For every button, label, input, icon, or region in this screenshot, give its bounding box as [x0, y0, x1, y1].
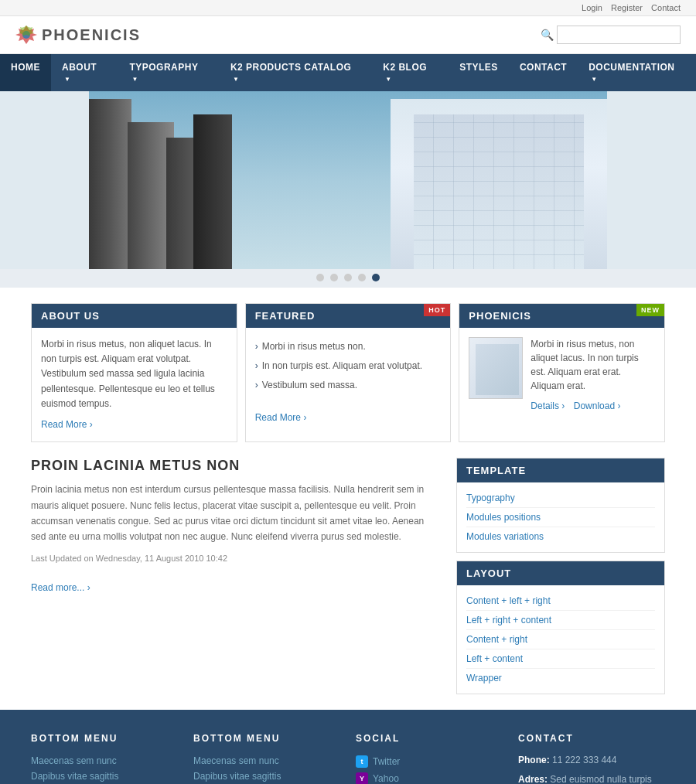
featured-card-body: Morbi in risus metus non. In non turpis …: [246, 328, 451, 435]
dot-4[interactable]: [358, 274, 366, 281]
footer-social: SOCIAL t Twitter Y Yahoo f Flickr f Face…: [356, 733, 503, 784]
yahoo-icon: Y: [356, 772, 368, 784]
footer-grid: BOTTOM MENU Maecenas sem nunc Dapibus vi…: [31, 733, 665, 784]
phoenicis-card: PHOENICIS NEW Morbi in risus metus, non …: [459, 303, 665, 442]
template-header: TEMPLATE: [457, 458, 664, 482]
search-input[interactable]: [557, 26, 681, 44]
article-body: Proin lacinia metus non est interdum cur…: [31, 482, 441, 545]
featured-list: Morbi in risus metus non. In non turpis …: [255, 337, 442, 396]
list-item[interactable]: Typography: [466, 489, 655, 508]
content-area: PROIN LACINIA METUS NON Proin lacinia me…: [31, 458, 665, 694]
phoenicis-card-header: PHOENICIS NEW: [459, 304, 664, 328]
footer: BOTTOM MENU Maecenas sem nunc Dapibus vi…: [0, 710, 696, 784]
nav-item-home[interactable]: HOME: [0, 54, 51, 91]
dot-3[interactable]: [344, 274, 352, 281]
footer-social-title: SOCIAL: [356, 733, 503, 744]
featured-card-header: FEATURED HOT: [246, 304, 451, 328]
register-link[interactable]: Register: [611, 3, 643, 12]
about-card-body: Morbi in risus metus, non aliquet lacus.…: [32, 328, 237, 441]
twitter-link[interactable]: Twitter: [373, 756, 400, 767]
featured-card: FEATURED HOT Morbi in risus metus non. I…: [245, 303, 452, 442]
dot-1[interactable]: [316, 274, 324, 281]
nav-item-typography[interactable]: TYPOGRAPHY ▼: [118, 54, 220, 91]
twitter-icon: t: [356, 755, 368, 768]
article-read-more[interactable]: Read more... ›: [31, 582, 90, 593]
list-item[interactable]: Wrapper: [466, 669, 655, 687]
topbar: Login Register Contact: [0, 0, 696, 16]
list-item[interactable]: Modules positions: [466, 508, 655, 527]
cards-row: ABOUT US Morbi in risus metus, non aliqu…: [31, 303, 665, 442]
footer-menu2-list: Maecenas sem nunc Dapibus vitae sagittis…: [193, 753, 340, 784]
product-description: Morbi in risus metus, non aliquet lacus.…: [531, 337, 655, 413]
about-card-header: ABOUT US: [32, 304, 237, 328]
footer-menu1-title: BOTTOM MENU: [31, 733, 178, 744]
template-box: TEMPLATE Typography Modules positions Mo…: [456, 458, 665, 553]
hot-badge: HOT: [424, 304, 450, 316]
about-card-text: Morbi in risus metus, non aliquet lacus.…: [41, 337, 227, 411]
list-item: In non turpis est. Aliquam erat volutpat…: [255, 356, 442, 376]
dot-2[interactable]: [330, 274, 338, 281]
list-item[interactable]: Modules variations: [466, 527, 655, 546]
layout-list: Content + left + right Left + right + co…: [457, 585, 664, 694]
download-link[interactable]: Download ›: [574, 401, 621, 411]
contact-link[interactable]: Contact: [651, 3, 681, 12]
header: PHOENICIS 🔍: [0, 16, 696, 54]
article-date: Last Updated on Wednesday, 11 August 201…: [31, 551, 441, 566]
social-twitter: t Twitter: [356, 753, 503, 770]
yahoo-link[interactable]: Yahoo: [373, 773, 399, 784]
main-content: ABOUT US Morbi in risus metus, non aliqu…: [15, 303, 681, 694]
main-article: PROIN LACINIA METUS NON Proin lacinia me…: [31, 458, 441, 694]
dot-5[interactable]: [372, 274, 380, 281]
login-link[interactable]: Login: [582, 3, 602, 12]
footer-menu2-title: BOTTOM MENU: [193, 733, 340, 744]
list-item: Vestibulum sed massa.: [255, 376, 442, 395]
footer-menu1-list: Maecenas sem nunc Dapibus vitae sagittis…: [31, 753, 178, 784]
social-yahoo: Y Yahoo: [356, 770, 503, 784]
product-section: Morbi in risus metus, non aliquet lacus.…: [469, 337, 655, 413]
logo-text: PHOENICIS: [42, 26, 141, 44]
list-item[interactable]: Dapibus vitae sagittis: [31, 769, 178, 784]
search-bar: 🔍: [541, 26, 681, 44]
logo[interactable]: PHOENICIS: [15, 24, 141, 46]
nav-item-k2blog[interactable]: K2 BLOG ▼: [372, 54, 449, 91]
hero-slider: [89, 91, 607, 269]
contact-address: Adres: Sed euismod nulla turpis: [518, 772, 665, 784]
list-item[interactable]: Left + right + content: [466, 611, 655, 630]
main-nav: HOME ABOUT ▼ TYPOGRAPHY ▼ K2 PRODUCTS CA…: [0, 54, 696, 91]
list-item[interactable]: Content + left + right: [466, 591, 655, 611]
list-item[interactable]: Maecenas sem nunc: [31, 753, 178, 769]
layout-header: LAYOUT: [457, 561, 664, 585]
slider-dots: [0, 269, 696, 288]
featured-read-more[interactable]: Read More ›: [255, 412, 307, 423]
hero-section: [0, 91, 696, 288]
list-item[interactable]: Content + right: [466, 630, 655, 649]
list-item[interactable]: Dapibus vitae sagittis: [193, 769, 340, 784]
product-image: [469, 337, 523, 399]
about-read-more[interactable]: Read More ›: [41, 419, 93, 430]
details-link[interactable]: Details ›: [531, 401, 565, 411]
list-item[interactable]: Left + content: [466, 649, 655, 669]
nav-item-documentation[interactable]: DOCUMENTATION ▼: [578, 54, 696, 91]
product-links: Details › Download ›: [531, 399, 655, 413]
footer-contact: CONTACT Phone: 11 222 333 444 Adres: Sed…: [518, 733, 665, 784]
footer-menu1: BOTTOM MENU Maecenas sem nunc Dapibus vi…: [31, 733, 178, 784]
footer-contact-title: CONTACT: [518, 733, 665, 744]
nav-item-k2products[interactable]: K2 PRODUCTS CATALOG ▼: [220, 54, 372, 91]
article-title: PROIN LACINIA METUS NON: [31, 458, 441, 474]
footer-menu2: BOTTOM MENU Maecenas sem nunc Dapibus vi…: [193, 733, 340, 784]
search-button[interactable]: 🔍: [541, 29, 554, 41]
sidebar: TEMPLATE Typography Modules positions Mo…: [456, 458, 665, 694]
phoenicis-card-body: Morbi in risus metus, non aliquet lacus.…: [459, 328, 664, 422]
template-list: Typography Modules positions Modules var…: [457, 482, 664, 552]
contact-phone: Phone: 11 222 333 444: [518, 753, 665, 768]
list-item[interactable]: Maecenas sem nunc: [193, 753, 340, 769]
nav-item-about[interactable]: ABOUT ▼: [51, 54, 118, 91]
new-badge: NEW: [636, 304, 664, 316]
about-card: ABOUT US Morbi in risus metus, non aliqu…: [31, 303, 237, 442]
nav-item-styles[interactable]: STYLES: [449, 54, 509, 91]
logo-icon: [15, 24, 37, 46]
layout-box: LAYOUT Content + left + right Left + rig…: [456, 561, 665, 694]
list-item: Morbi in risus metus non.: [255, 337, 442, 356]
nav-item-contact[interactable]: CONTACT: [509, 54, 578, 91]
